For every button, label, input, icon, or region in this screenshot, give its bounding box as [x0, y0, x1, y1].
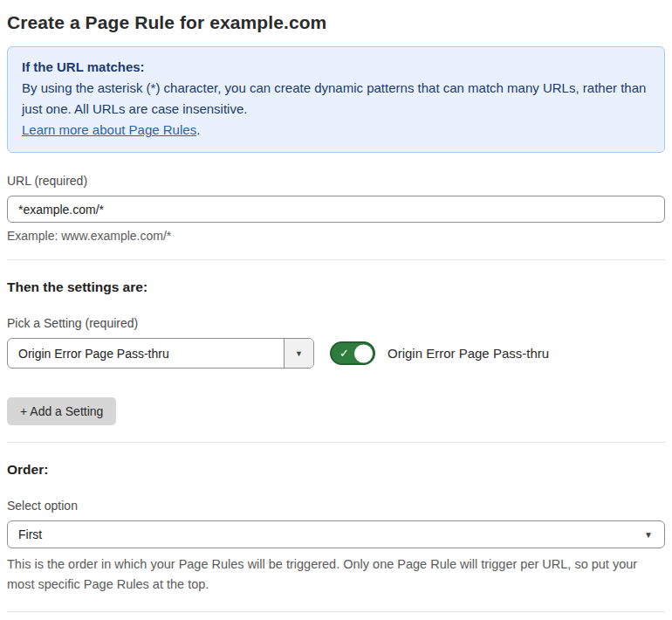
- url-example-helper: Example: www.example.com/*: [7, 229, 665, 243]
- page-title: Create a Page Rule for example.com: [7, 12, 665, 33]
- setting-picker-value: Origin Error Page Pass-thru: [8, 339, 284, 368]
- order-select-value: First: [18, 527, 42, 541]
- url-input[interactable]: [7, 196, 665, 223]
- divider: [7, 442, 665, 443]
- caret-down-icon: ▼: [295, 349, 303, 358]
- setting-toggle-group: ✓ Origin Error Page Pass-thru: [330, 341, 549, 365]
- divider: [7, 611, 665, 612]
- url-match-info-box: If the URL matches: By using the asteris…: [7, 46, 665, 153]
- order-helper-text: This is the order in which your Page Rul…: [7, 555, 665, 595]
- check-icon: ✓: [339, 348, 349, 359]
- add-setting-button[interactable]: + Add a Setting: [7, 397, 116, 425]
- order-select-wrap: First ▼: [7, 520, 665, 548]
- info-box-link-line: Learn more about Page Rules.: [22, 120, 650, 141]
- toggle-knob: [354, 344, 373, 362]
- setting-picker-row: Origin Error Page Pass-thru ▼ ✓ Origin E…: [7, 338, 665, 369]
- origin-error-toggle[interactable]: ✓: [330, 341, 375, 365]
- info-box-heading: If the URL matches:: [22, 57, 650, 78]
- divider: [7, 259, 665, 260]
- pick-setting-label: Pick a Setting (required): [7, 316, 665, 330]
- order-select[interactable]: First ▼: [7, 520, 665, 548]
- toggle-label: Origin Error Page Pass-thru: [387, 346, 549, 361]
- order-select-label: Select option: [7, 499, 665, 513]
- dropdown-arrow-button[interactable]: ▼: [284, 339, 313, 368]
- learn-more-link[interactable]: Learn more about Page Rules: [22, 122, 196, 137]
- info-box-body: By using the asterisk (*) character, you…: [22, 78, 650, 120]
- order-section-heading: Order:: [7, 462, 665, 478]
- link-suffix: .: [196, 122, 200, 137]
- settings-section-heading: Then the settings are:: [7, 279, 665, 295]
- setting-picker-dropdown[interactable]: Origin Error Page Pass-thru ▼: [7, 338, 314, 369]
- url-field-label: URL (required): [7, 174, 665, 188]
- caret-down-icon: ▼: [644, 530, 653, 540]
